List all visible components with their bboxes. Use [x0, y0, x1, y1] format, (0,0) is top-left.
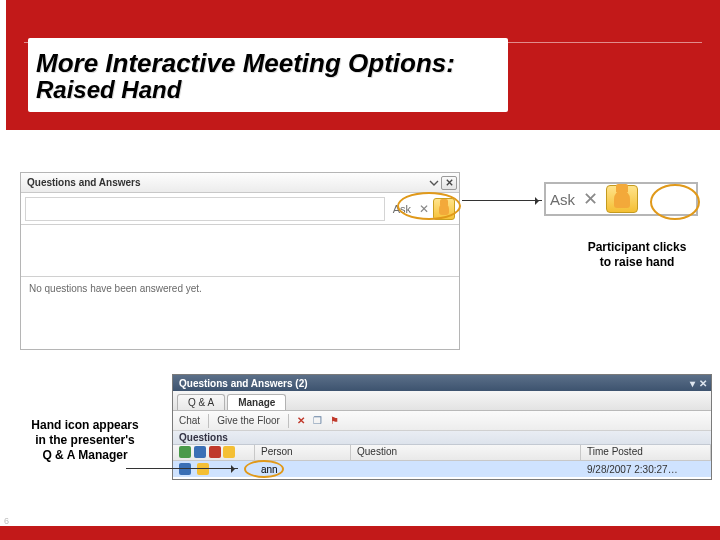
mgr-subhead: Questions — [173, 431, 711, 445]
slide-title: More Interactive Meeting Options: — [36, 50, 494, 77]
chat-button[interactable]: Chat — [179, 415, 200, 426]
mgr-tabs: Q & A Manage — [173, 391, 711, 411]
callout-participant: Participant clicks to raise hand — [582, 240, 692, 270]
clear-icon[interactable]: ✕ — [415, 202, 433, 216]
mgr-row[interactable]: ann 9/28/2007 2:30:27… — [173, 461, 711, 477]
ask-toolbar: Ask ✕ — [21, 193, 459, 225]
check-icon — [179, 446, 191, 458]
annotation-arrow — [126, 468, 238, 469]
caret-down-icon[interactable]: ▾ — [690, 378, 695, 389]
close-button[interactable] — [441, 176, 457, 190]
footer-bar — [0, 526, 720, 540]
ask-toolbar-zoom: Ask ✕ — [544, 182, 698, 216]
row-person: ann — [255, 464, 351, 475]
tab-manage[interactable]: Manage — [227, 394, 286, 410]
hand-icon — [439, 203, 449, 215]
raise-hand-button[interactable] — [433, 198, 455, 220]
tab-qa[interactable]: Q & A — [177, 394, 225, 410]
mgr-titlebar: Questions and Answers (2) ▾ ✕ — [173, 375, 711, 391]
page-number: 6 — [4, 516, 9, 526]
give-floor-button[interactable]: Give the Floor — [217, 415, 280, 426]
flag-icon[interactable]: ⚑ — [330, 415, 339, 426]
qa-panel-title: Questions and Answers — [27, 177, 141, 188]
col-question[interactable]: Question — [351, 445, 581, 460]
qa-body — [21, 225, 459, 277]
mgr-title-text: Questions and Answers (2) — [179, 378, 308, 389]
mgr-column-headers: Person Question Time Posted — [173, 445, 711, 461]
raise-hand-button-zoom[interactable] — [606, 185, 638, 213]
mgr-toolbar: Chat Give the Floor ✕ ❐ ⚑ — [173, 411, 711, 431]
ask-button[interactable]: Ask — [389, 203, 415, 215]
qa-participant-panel: Questions and Answers Ask ✕ No questions… — [20, 172, 460, 350]
hand-icon — [614, 190, 630, 208]
col-person[interactable]: Person — [255, 445, 351, 460]
caret-down-icon[interactable] — [429, 178, 439, 188]
col-icons — [173, 445, 255, 460]
row-status-icon — [179, 463, 191, 475]
separator — [208, 414, 209, 428]
slide-subtitle: Raised Hand — [36, 77, 494, 102]
delete-icon[interactable]: ✕ — [297, 415, 305, 426]
qa-manager-panel: Questions and Answers (2) ▾ ✕ Q & A Mana… — [172, 374, 712, 480]
close-icon[interactable]: ✕ — [699, 378, 707, 389]
col-time[interactable]: Time Posted — [581, 445, 711, 460]
title-box: More Interactive Meeting Options: Raised… — [28, 38, 508, 112]
qa-panel-titlebar: Questions and Answers — [21, 173, 459, 193]
annotation-arrow — [462, 200, 542, 201]
hand-icon — [223, 446, 235, 458]
separator — [288, 414, 289, 428]
row-hand-icon — [197, 463, 209, 475]
callout-presenter: Hand icon appears in the presenter's Q &… — [30, 418, 140, 463]
status-icon — [194, 446, 206, 458]
question-input[interactable] — [25, 197, 385, 221]
qa-status-text: No questions have been answered yet. — [21, 277, 459, 300]
ask-button-zoom[interactable]: Ask — [550, 191, 575, 208]
flag-icon — [209, 446, 221, 458]
row-time: 9/28/2007 2:30:27… — [581, 464, 711, 475]
doc-icon[interactable]: ❐ — [313, 415, 322, 426]
clear-icon-zoom[interactable]: ✕ — [583, 188, 598, 210]
